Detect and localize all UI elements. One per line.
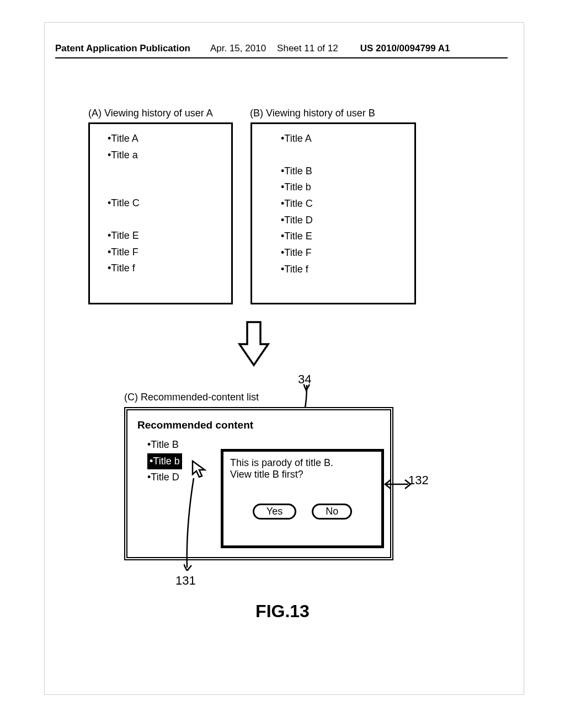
popup-line1: This is parody of title B. [230,457,375,469]
ref-131: 131 [175,574,196,588]
list-item: •Title a [108,147,140,164]
label-recommended: (C) Recommended-content list [124,392,259,403]
list-item: •Title f [281,261,313,278]
confirmation-popup: This is parody of title B. View title B … [221,449,384,548]
list-item: •Title f [108,260,140,277]
ref-132-leader [384,479,412,490]
list-item [108,163,140,179]
ref-132: 132 [408,473,429,488]
list-item [281,147,313,163]
list-item: •Title B [281,163,313,180]
list-item [108,179,140,195]
list-item: •Title E [281,228,313,245]
box-user-b-history: •Title A•Title B•Title b•Title C•Title D… [250,122,416,304]
patent-number: US 2010/0094799 A1 [360,43,450,54]
down-arrow-icon [237,320,270,370]
recommended-title: Recommended content [137,419,380,431]
list-item: •Title A [281,131,313,147]
figure-label: FIG.13 [0,601,565,622]
yes-button[interactable]: Yes [253,504,296,520]
list-item: •Title F [281,245,313,261]
publication-label: Patent Application Publication [55,43,190,54]
page-header: Patent Application Publication Apr. 15, … [55,43,513,54]
list-item: •Title C [281,196,313,212]
list-item: •Title D [281,212,313,229]
label-user-b: (B) Viewing history of user B [250,108,375,119]
publication-date: Apr. 15, 2010 [210,43,266,54]
ref-131-leader [184,477,202,571]
list-item: •Title C [108,195,140,212]
ref-34: 34 [298,372,311,387]
popup-line2: View title B first? [230,469,375,480]
no-button[interactable]: No [312,504,352,520]
list-item: •Title b [281,179,313,196]
cursor-icon [191,459,210,478]
user-a-titles: •Title A•Title a•Title C•Title E•Title F… [108,131,140,277]
list-item: •Title E [108,228,140,244]
list-item [108,212,140,228]
header-rule [55,57,508,58]
sheet-number: Sheet 11 of 12 [277,43,338,54]
list-item: •Title F [108,244,140,261]
list-item: •Title A [108,131,140,147]
user-b-titles: •Title A•Title B•Title b•Title C•Title D… [281,131,313,278]
box-user-a-history: •Title A•Title a•Title C•Title E•Title F… [88,122,233,304]
label-user-a: (A) Viewing history of user A [88,108,213,119]
